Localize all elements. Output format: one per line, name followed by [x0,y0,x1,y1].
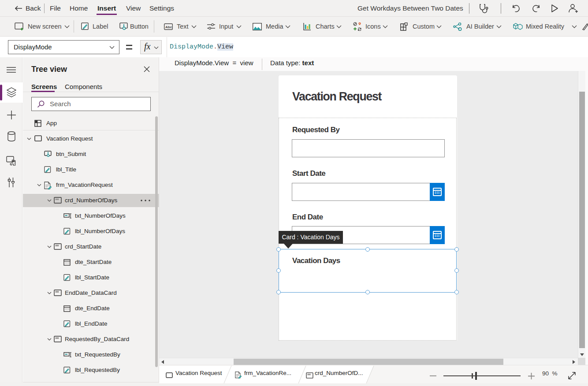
svg-text:Abc: Abc [165,25,172,29]
